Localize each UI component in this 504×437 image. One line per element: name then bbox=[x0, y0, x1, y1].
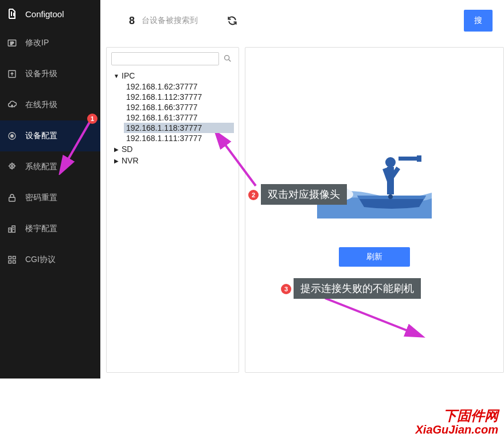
tree-leaf[interactable]: 192.168.1.118:37777 bbox=[124, 123, 234, 133]
svg-rect-12 bbox=[13, 261, 16, 264]
svg-rect-23 bbox=[398, 157, 419, 161]
tree-search-input[interactable] bbox=[111, 52, 219, 65]
tree-leaf[interactable]: 192.168.1.61:37777 bbox=[124, 112, 234, 123]
tree-node-IPC[interactable]: ▼IPC bbox=[111, 70, 234, 81]
svg-rect-11 bbox=[9, 261, 11, 264]
tree-leaf[interactable]: 192.168.1.62:37777 bbox=[124, 81, 234, 92]
search-icon[interactable] bbox=[221, 52, 234, 65]
sidebar-item-1[interactable]: 设备升级 bbox=[0, 58, 100, 89]
svg-line-26 bbox=[63, 120, 91, 168]
svg-point-5 bbox=[11, 165, 13, 167]
caret-icon: ▶ bbox=[114, 146, 119, 153]
annotation-badge-3: 3 bbox=[281, 284, 291, 294]
watermark: 下固件网 XiaGuJian.com bbox=[416, 408, 499, 436]
svg-point-25 bbox=[388, 194, 393, 199]
building-icon bbox=[7, 224, 17, 234]
grid-icon bbox=[7, 255, 17, 265]
device-count-number: 8 bbox=[129, 15, 135, 27]
annotation-badge-1: 1 bbox=[87, 114, 97, 124]
sidebar: Configtool IP修改IP设备升级在线升级设备配置系统配置密码重置楼宇配… bbox=[0, 0, 100, 379]
watermark-line2: XiaGuJian.com bbox=[416, 423, 499, 436]
svg-rect-6 bbox=[9, 197, 15, 201]
tree-leaf[interactable]: 192.168.1.112:37777 bbox=[124, 92, 234, 102]
annotation-arrow-1 bbox=[57, 118, 97, 175]
sidebar-item-5[interactable]: 密码重置 bbox=[0, 182, 100, 213]
empty-illustration bbox=[311, 132, 437, 224]
caret-icon: ▶ bbox=[114, 158, 119, 164]
cloud-icon bbox=[7, 100, 17, 110]
ip-icon: IP bbox=[7, 38, 17, 48]
refresh-icon[interactable] bbox=[226, 15, 238, 26]
svg-line-28 bbox=[325, 298, 417, 334]
target-icon bbox=[7, 131, 17, 141]
sidebar-item-label: 设备配置 bbox=[25, 131, 57, 141]
sidebar-item-label: 修改IP bbox=[25, 38, 49, 48]
device-count-label: 台设备被搜索到 bbox=[142, 15, 198, 26]
svg-line-27 bbox=[219, 136, 256, 186]
tree-node-label: NVR bbox=[122, 156, 139, 165]
sidebar-item-6[interactable]: 楼宇配置 bbox=[0, 213, 100, 244]
sidebar-item-0[interactable]: IP修改IP bbox=[0, 28, 100, 58]
annotation-label-2: 双击对应摄像头 bbox=[261, 184, 347, 205]
device-tree-panel: ▼IPC192.168.1.62:37777192.168.1.112:3777… bbox=[106, 47, 239, 373]
annotation-badge-2: 2 bbox=[248, 190, 259, 200]
annotation-arrow-2 bbox=[214, 133, 266, 190]
tree-node-label: SD bbox=[122, 145, 132, 154]
sidebar-header: Configtool bbox=[0, 0, 100, 28]
content: ▼IPC192.168.1.62:37777192.168.1.112:3777… bbox=[100, 41, 504, 379]
app-title: Configtool bbox=[25, 9, 64, 19]
svg-text:IP: IP bbox=[10, 41, 14, 45]
watermark-line1: 下固件网 bbox=[416, 408, 499, 423]
caret-icon: ▼ bbox=[114, 73, 119, 79]
svg-point-13 bbox=[225, 56, 229, 60]
sidebar-item-7[interactable]: CGI协议 bbox=[0, 244, 100, 275]
gear-icon bbox=[7, 162, 17, 172]
upgrade-icon bbox=[7, 69, 17, 79]
sidebar-item-label: 系统配置 bbox=[25, 162, 57, 172]
sidebar-item-2[interactable]: 在线升级 bbox=[0, 89, 100, 120]
svg-rect-9 bbox=[9, 256, 11, 259]
top-search-button[interactable]: 搜 bbox=[464, 10, 493, 32]
sidebar-item-label: 在线升级 bbox=[25, 100, 57, 110]
svg-rect-24 bbox=[417, 155, 421, 162]
svg-point-20 bbox=[385, 157, 396, 167]
svg-point-4 bbox=[11, 135, 14, 138]
sidebar-item-label: 楼宇配置 bbox=[25, 224, 57, 234]
lock-icon bbox=[7, 193, 17, 203]
device-count: 8 台设备被搜索到 bbox=[129, 15, 198, 27]
svg-rect-7 bbox=[9, 228, 11, 233]
svg-rect-10 bbox=[13, 256, 16, 259]
annotation-arrow-3 bbox=[322, 295, 425, 341]
sidebar-item-label: CGI协议 bbox=[25, 255, 56, 265]
tree-leaf[interactable]: 192.168.1.66:37777 bbox=[124, 102, 234, 112]
topbar: 8 台设备被搜索到 搜 bbox=[100, 0, 504, 41]
app-logo-icon bbox=[7, 7, 21, 21]
refresh-button[interactable]: 刷新 bbox=[339, 247, 410, 267]
sidebar-item-label: 密码重置 bbox=[25, 193, 57, 203]
annotation-label-3: 提示连接失败的不能刷机 bbox=[294, 278, 421, 299]
tree-node-label: IPC bbox=[122, 71, 135, 80]
sidebar-item-label: 设备升级 bbox=[25, 69, 57, 79]
